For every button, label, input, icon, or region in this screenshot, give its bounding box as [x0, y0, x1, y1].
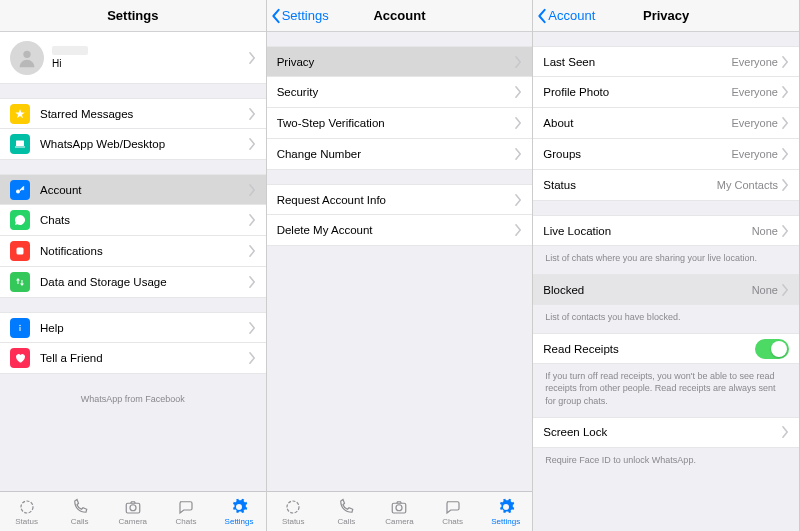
- footer-screenlock: Require Face ID to unlock WhatsApp.: [533, 448, 799, 476]
- chevron-left-icon: [271, 8, 281, 24]
- request-info-row[interactable]: Request Account Info: [267, 184, 533, 215]
- row-value: None: [752, 284, 778, 296]
- profile-photo-row[interactable]: Profile Photo Everyone: [533, 77, 799, 108]
- key-icon: [10, 180, 30, 200]
- row-value: Everyone: [731, 56, 777, 68]
- row-label: WhatsApp Web/Desktop: [40, 138, 249, 150]
- svg-point-10: [287, 501, 299, 513]
- security-row[interactable]: Security: [267, 77, 533, 108]
- row-label: Security: [277, 86, 516, 98]
- row-label: Privacy: [277, 56, 516, 68]
- profile-row[interactable]: Hi: [0, 32, 266, 84]
- svg-rect-1: [16, 141, 24, 147]
- row-label: Delete My Account: [277, 224, 516, 236]
- data-storage-row[interactable]: Data and Storage Usage: [0, 267, 266, 298]
- row-label: Live Location: [543, 225, 751, 237]
- screen-lock-row[interactable]: Screen Lock: [533, 417, 799, 448]
- arrows-icon: [10, 272, 30, 292]
- privacy-row[interactable]: Privacy: [267, 46, 533, 77]
- chevron-right-icon: [515, 224, 522, 236]
- attribution-text: WhatsApp from Facebook: [0, 374, 266, 424]
- whatsapp-icon: [10, 210, 30, 230]
- row-value: Everyone: [731, 117, 777, 129]
- laptop-icon: [10, 134, 30, 154]
- starred-messages-row[interactable]: Starred Messages: [0, 98, 266, 129]
- content-scroll[interactable]: Hi Starred Messages WhatsApp Web/Desktop…: [0, 32, 266, 491]
- chevron-right-icon: [782, 117, 789, 129]
- chevron-right-icon: [249, 276, 256, 288]
- row-label: Account: [40, 184, 249, 196]
- notifications-row[interactable]: Notifications: [0, 236, 266, 267]
- chevron-right-icon: [515, 117, 522, 129]
- read-receipts-row[interactable]: Read Receipts: [533, 333, 799, 364]
- tab-chats[interactable]: Chats: [426, 492, 479, 531]
- back-button[interactable]: Account: [533, 8, 595, 24]
- row-label: Starred Messages: [40, 108, 249, 120]
- account-row[interactable]: Account: [0, 174, 266, 205]
- chevron-right-icon: [249, 245, 256, 257]
- svg-point-12: [396, 504, 402, 510]
- chevron-right-icon: [249, 352, 256, 364]
- row-value: Everyone: [731, 86, 777, 98]
- row-label: Tell a Friend: [40, 352, 249, 364]
- chevron-right-icon: [249, 108, 256, 120]
- svg-rect-6: [20, 327, 21, 331]
- last-seen-row[interactable]: Last Seen Everyone: [533, 46, 799, 77]
- tab-camera[interactable]: Camera: [106, 492, 159, 531]
- help-row[interactable]: Help: [0, 312, 266, 343]
- blocked-row[interactable]: Blocked None: [533, 274, 799, 305]
- status-row[interactable]: Status My Contacts: [533, 170, 799, 201]
- groups-row[interactable]: Groups Everyone: [533, 139, 799, 170]
- chevron-right-icon: [782, 148, 789, 160]
- settings-panel: Settings Hi Starred Messages WhatsApp We…: [0, 0, 267, 531]
- back-label: Settings: [282, 8, 329, 23]
- row-label: Two-Step Verification: [277, 117, 516, 129]
- row-label: Read Receipts: [543, 343, 755, 355]
- star-icon: [10, 104, 30, 124]
- tab-settings[interactable]: Settings: [479, 492, 532, 531]
- row-label: Help: [40, 322, 249, 334]
- nav-title: Settings: [0, 8, 266, 23]
- tab-settings[interactable]: Settings: [213, 492, 266, 531]
- chats-row[interactable]: Chats: [0, 205, 266, 236]
- tab-camera[interactable]: Camera: [373, 492, 426, 531]
- content-scroll[interactable]: Privacy Security Two-Step Verification C…: [267, 32, 533, 491]
- tab-chats[interactable]: Chats: [159, 492, 212, 531]
- svg-point-3: [16, 189, 20, 193]
- chevron-right-icon: [249, 184, 256, 196]
- content-scroll[interactable]: Last Seen Everyone Profile Photo Everyon…: [533, 32, 799, 531]
- chevron-right-icon: [782, 225, 789, 237]
- chevron-right-icon: [249, 52, 256, 64]
- profile-status: Hi: [52, 58, 249, 69]
- tab-calls[interactable]: Calls: [320, 492, 373, 531]
- tell-friend-row[interactable]: Tell a Friend: [0, 343, 266, 374]
- chevron-right-icon: [249, 138, 256, 150]
- row-label: Change Number: [277, 148, 516, 160]
- twostep-row[interactable]: Two-Step Verification: [267, 108, 533, 139]
- privacy-panel: Account Privacy Last Seen Everyone Profi…: [533, 0, 800, 531]
- read-receipts-toggle[interactable]: [755, 339, 789, 359]
- footer-live-location: List of chats where you are sharing your…: [533, 246, 799, 274]
- chevron-right-icon: [782, 86, 789, 98]
- tab-status[interactable]: Status: [267, 492, 320, 531]
- whatsapp-web-row[interactable]: WhatsApp Web/Desktop: [0, 129, 266, 160]
- delete-account-row[interactable]: Delete My Account: [267, 215, 533, 246]
- live-location-row[interactable]: Live Location None: [533, 215, 799, 246]
- back-button[interactable]: Settings: [267, 8, 329, 24]
- row-label: Profile Photo: [543, 86, 731, 98]
- nav-bar: Account Privacy: [533, 0, 799, 32]
- chevron-right-icon: [782, 56, 789, 68]
- row-label: Blocked: [543, 284, 751, 296]
- change-number-row[interactable]: Change Number: [267, 139, 533, 170]
- footer-receipts: If you turn off read receipts, you won't…: [533, 364, 799, 416]
- row-label: Notifications: [40, 245, 249, 257]
- about-row[interactable]: About Everyone: [533, 108, 799, 139]
- avatar: [10, 41, 44, 75]
- row-label: Request Account Info: [277, 194, 516, 206]
- tab-status[interactable]: Status: [0, 492, 53, 531]
- row-value: None: [752, 225, 778, 237]
- svg-rect-2: [15, 147, 25, 148]
- tab-calls[interactable]: Calls: [53, 492, 106, 531]
- chevron-right-icon: [515, 194, 522, 206]
- app-icon: [10, 241, 30, 261]
